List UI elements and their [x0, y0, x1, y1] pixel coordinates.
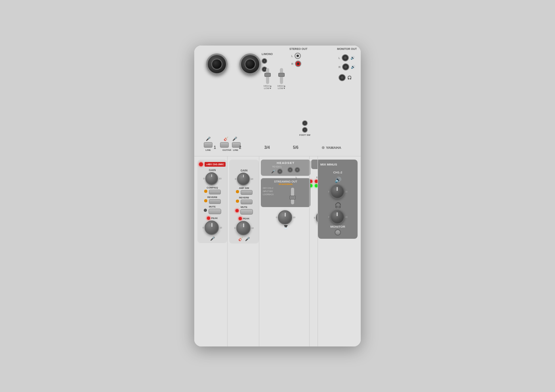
ch34-fader-area: HIGH▲LOW▼	[264, 67, 272, 89]
phantom-ch12mic: CH1-2MIC	[212, 163, 224, 166]
headset-title: HEADSET	[277, 161, 295, 165]
ch34-number: 3/4	[264, 145, 270, 150]
ch1-level-knob[interactable]	[205, 221, 219, 235]
headset-mic-jack	[277, 169, 283, 174]
ch2-amp-sim-label: AMP SIM	[239, 187, 249, 189]
mix-minus-headphone-icon: 🎧	[335, 202, 341, 208]
ch1-comp-eq-label: COMP/EQ	[207, 186, 218, 189]
ch1-comp-eq-btn[interactable]	[209, 190, 221, 194]
headphone-out	[339, 74, 346, 81]
ch2-mute-label: MUTE	[241, 206, 247, 208]
brand-name-label: YAMAHA	[326, 146, 341, 150]
ch1-comp-led	[204, 190, 207, 193]
ch1-mic-icon: 🎤	[210, 236, 215, 241]
top-connector-section: STEREO OUT MONITOR OUT L/MONO R HIGH▲LOW…	[194, 46, 361, 156]
monitor-out-label: MONITOR OUT	[337, 48, 357, 50]
headset-mic-icon: 🎤	[271, 169, 276, 173]
ch2-guitar-icon: 🎸	[238, 237, 243, 241]
monitor-label: MONITOR	[330, 225, 345, 228]
channel-numbers-row: 1 2 3/4 5/6 ⊛ YAMAHA	[194, 145, 361, 150]
xlr-connector-ch1	[206, 53, 228, 75]
ch34-jack-l	[262, 58, 267, 64]
ch1-number: 1	[214, 145, 216, 150]
ch1-gain-label: GAIN	[209, 169, 216, 171]
stereo-out-ports: L R	[291, 53, 301, 67]
ch1-mute-led	[204, 209, 207, 212]
ch1-gain-knob[interactable]	[205, 172, 218, 185]
foot-sw-port	[302, 120, 308, 126]
ch2-gain-label: GAIN	[241, 169, 248, 172]
ch1-reverb-btn[interactable]	[209, 199, 221, 204]
ch2-strip: GAIN 0 10 AMP SIM REVERB	[229, 160, 259, 244]
ch56-fader-area: HIGH▲LOW▼	[278, 67, 286, 89]
ch34-high-low-label: HIGH▲LOW▼	[264, 85, 272, 89]
ch2-reverb-led	[236, 200, 239, 203]
streaming-panel: STREAMING OUT 24-bit/192kHz DRY CH1-2 IN…	[261, 178, 310, 207]
rca-l-white	[295, 53, 301, 59]
phantom-power-area: +48V CH1-2MIC	[199, 162, 226, 167]
streaming-title: STREAMING OUT	[263, 180, 308, 183]
phantom-bar: +48V CH1-2MIC	[205, 162, 226, 167]
ch56-number: 5/6	[293, 145, 299, 150]
xlr-connector-ch2	[239, 53, 261, 75]
ch2-peak-led	[239, 217, 242, 220]
headset-to-ch1: TO CH 1	[272, 166, 282, 168]
ch1-mute-btn[interactable]	[209, 209, 221, 214]
input-mix-label: INPUT MIX	[263, 190, 274, 192]
headset-extra-jack	[295, 167, 300, 173]
foot-sw-area: FOOT SW	[299, 120, 310, 136]
divider-right-mix	[318, 156, 318, 346]
ch2-mic-icon: 🎤	[245, 237, 250, 241]
divider-ch1-ch2	[227, 156, 228, 346]
center-panel: HEADSET TO CH 1 🎤	[261, 160, 310, 229]
mix-minus-ch12-knob[interactable]	[330, 185, 344, 199]
ch34-level-knob[interactable]	[278, 210, 292, 225]
ch1-strip: +48V CH1-2MIC GAIN 0 10 COMP/EQ	[197, 160, 227, 243]
ch2-reverb-label: REVERB	[239, 196, 249, 199]
foot-sw-label: FOOT SW	[299, 134, 310, 136]
headset-headphone-jack	[287, 167, 293, 173]
loopback-label: LOOPBACK	[263, 193, 274, 196]
ch2-reverb-btn[interactable]	[241, 200, 253, 204]
ch2-gain-knob[interactable]	[237, 173, 250, 185]
controls-section: AG06 ⏻ L R PEAK SIG	[194, 156, 361, 346]
ch2-mute-btn[interactable]	[240, 209, 253, 215]
yamaha-logo-area: ⊛ YAMAHA	[322, 145, 341, 150]
ch2-peak-label: PEAK	[243, 217, 250, 220]
ch2-level-knob[interactable]	[236, 221, 251, 235]
xlr-connectors-area	[206, 53, 261, 75]
foot-sw-port2	[302, 127, 308, 133]
monitor-settings-btn[interactable]	[335, 229, 341, 236]
mix-minus-title: MIX MINUS	[320, 163, 355, 166]
ch1-peak-label: PEAK	[211, 217, 218, 219]
ch2-amp-sim-btn[interactable]	[241, 190, 253, 195]
dry-ch12-label: DRY CH1-2	[263, 187, 274, 189]
ch1-mute-label: MUTE	[209, 206, 216, 208]
ch1-reverb-label: REVERB	[207, 196, 217, 198]
ch1-reverb-led	[204, 199, 207, 202]
phantom-48v: +48V	[206, 163, 212, 166]
mix-minus-ch-label: CH1-2	[333, 171, 342, 174]
streaming-bitrate: 24-bit/192kHz	[263, 183, 308, 185]
ch34-keyboard-icon: 🎹	[284, 225, 288, 229]
mix-minus-speaker-icon: 🔊	[335, 177, 341, 183]
monitor-out-r	[342, 63, 349, 70]
monitor-out-jacks: L 🔊 R 🔊 🎧	[339, 54, 355, 81]
monitor-level-knob[interactable]	[330, 210, 344, 224]
ch2-amp-led	[236, 190, 239, 193]
mix-minus-panel: MIX MINUS CH1-2 🔊 0 10 🎧	[318, 160, 358, 239]
divider-ch2-center	[259, 156, 259, 346]
ch2-number: 2	[239, 145, 241, 150]
ch2-mute-led	[235, 209, 239, 212]
rca-r-red	[295, 61, 301, 67]
headset-panel: HEADSET TO CH 1 🎤	[261, 160, 310, 176]
phantom-led	[199, 162, 203, 166]
monitor-out-l	[342, 54, 349, 61]
headset-row: TO CH 1 🎤	[271, 166, 300, 174]
divider-center-right	[309, 156, 310, 346]
ch56-high-low-label: HIGH▲LOW▼	[278, 85, 286, 89]
ch1-peak-led	[207, 217, 210, 220]
stereo-out-label: STEREO OUT	[289, 48, 308, 50]
mixer-body: STEREO OUT MONITOR OUT L/MONO R HIGH▲LOW…	[194, 46, 361, 346]
